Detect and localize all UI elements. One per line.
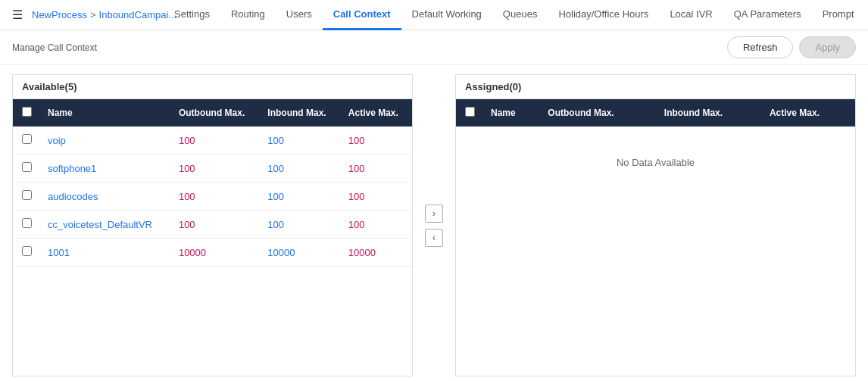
row-checkbox[interactable] <box>22 218 32 228</box>
row-checkbox-cell <box>13 183 40 211</box>
available-table: Name Outbound Max. Inbound Max. Active M… <box>13 99 412 267</box>
assigned-col-outbound: Outbound Max. <box>540 99 656 126</box>
assigned-col-name: Name <box>483 99 540 126</box>
row-checkbox-cell <box>13 126 40 155</box>
transfer-arrows: › ‹ <box>422 74 446 376</box>
no-data-message: No Data Available <box>456 126 855 198</box>
row-name-link[interactable]: voip <box>48 135 66 146</box>
row-checkbox[interactable] <box>22 134 32 144</box>
nav-tabs: Settings Routing Users Call Context Defa… <box>164 0 865 30</box>
assigned-table: Name Outbound Max. Inbound Max. Active M… <box>456 99 855 126</box>
breadcrumb-separator: > <box>90 9 96 20</box>
available-col-active: Active Max. <box>341 99 412 126</box>
apply-button[interactable]: Apply <box>799 36 856 58</box>
assigned-col-inbound: Inbound Max. <box>657 99 762 126</box>
assigned-table-header: Name Outbound Max. Inbound Max. Active M… <box>456 99 855 126</box>
available-panel: Available(5) Name Outbound Max. Inbound … <box>12 74 413 376</box>
row-outbound: 100 <box>171 155 260 183</box>
available-select-all-checkbox[interactable] <box>22 107 32 117</box>
top-bar: ☰ NewProcess > InboundCampai... Settings… <box>0 0 868 30</box>
row-checkbox[interactable] <box>22 190 32 200</box>
available-panel-title: Available(5) <box>13 75 412 99</box>
tab-call-context[interactable]: Call Context <box>323 0 401 30</box>
action-buttons: Refresh Apply <box>727 36 856 58</box>
assigned-panel-title: Assigned(0) <box>456 75 855 99</box>
assigned-panel: Assigned(0) Name Outbound Max. Inbound M… <box>455 74 856 376</box>
breadcrumb-newprocess[interactable]: NewProcess <box>32 9 87 20</box>
available-table-row: voip 100 100 100 <box>13 126 412 155</box>
row-checkbox-cell <box>13 211 40 239</box>
assigned-col-active: Active Max. <box>762 99 855 126</box>
row-name: softphone1 <box>40 155 171 183</box>
row-active: 10000 <box>341 239 412 267</box>
assigned-select-all-checkbox[interactable] <box>465 107 475 117</box>
tab-prompt[interactable]: Prompt <box>812 0 865 30</box>
available-table-header: Name Outbound Max. Inbound Max. Active M… <box>13 99 412 126</box>
main-content: Available(5) Name Outbound Max. Inbound … <box>0 65 868 381</box>
available-col-name: Name <box>40 99 171 126</box>
row-name-link[interactable]: softphone1 <box>48 163 96 174</box>
assigned-select-all-col <box>456 99 483 126</box>
available-col-inbound: Inbound Max. <box>260 99 341 126</box>
hamburger-icon[interactable]: ☰ <box>12 8 23 22</box>
row-name-link[interactable]: cc_voicetest_DefaultVR <box>48 219 152 230</box>
available-table-row: softphone1 100 100 100 <box>13 155 412 183</box>
move-right-button[interactable]: › <box>425 205 443 223</box>
row-name-link[interactable]: 1001 <box>48 247 70 258</box>
row-active: 100 <box>341 126 412 155</box>
row-name: audiocodes <box>40 183 171 211</box>
available-col-outbound: Outbound Max. <box>171 99 260 126</box>
row-active: 100 <box>341 211 412 239</box>
sub-header: Manage Call Context Refresh Apply <box>0 30 868 65</box>
row-checkbox[interactable] <box>22 162 32 172</box>
row-name: cc_voicetest_DefaultVR <box>40 211 171 239</box>
refresh-button[interactable]: Refresh <box>727 36 794 58</box>
tab-settings[interactable]: Settings <box>164 0 220 30</box>
tab-qa-parameters[interactable]: QA Parameters <box>723 0 812 30</box>
row-outbound: 100 <box>171 126 260 155</box>
tab-local-ivr[interactable]: Local IVR <box>659 0 723 30</box>
tab-users[interactable]: Users <box>276 0 323 30</box>
row-active: 100 <box>341 183 412 211</box>
available-table-row: audiocodes 100 100 100 <box>13 183 412 211</box>
breadcrumb: ☰ NewProcess > InboundCampai... <box>12 8 164 22</box>
row-name-link[interactable]: audiocodes <box>48 191 98 202</box>
tab-routing[interactable]: Routing <box>220 0 276 30</box>
row-checkbox[interactable] <box>22 246 32 256</box>
move-left-button[interactable]: ‹ <box>425 229 443 247</box>
available-table-row: 1001 10000 10000 10000 <box>13 239 412 267</box>
tab-queues[interactable]: Queues <box>492 0 548 30</box>
row-name: 1001 <box>40 239 171 267</box>
sub-header-title: Manage Call Context <box>12 42 97 53</box>
available-table-row: cc_voicetest_DefaultVR 100 100 100 <box>13 211 412 239</box>
tab-holiday-office-hours[interactable]: Holiday/Office Hours <box>548 0 659 30</box>
row-inbound: 100 <box>260 126 341 155</box>
row-inbound: 100 <box>260 183 341 211</box>
row-inbound: 100 <box>260 155 341 183</box>
row-active: 100 <box>341 155 412 183</box>
row-inbound: 100 <box>260 211 341 239</box>
row-outbound: 10000 <box>171 239 260 267</box>
row-outbound: 100 <box>171 211 260 239</box>
row-checkbox-cell <box>13 155 40 183</box>
available-select-all-col <box>13 99 40 126</box>
row-outbound: 100 <box>171 183 260 211</box>
row-name: voip <box>40 126 171 155</box>
row-checkbox-cell <box>13 239 40 267</box>
tab-default-working[interactable]: Default Working <box>401 0 492 30</box>
row-inbound: 10000 <box>260 239 341 267</box>
